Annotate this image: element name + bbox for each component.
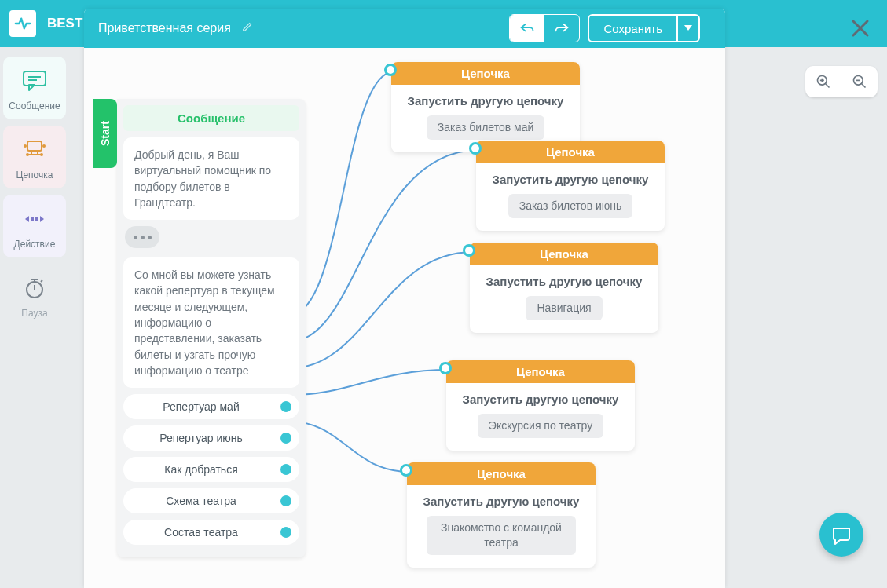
zoom-controls	[805, 66, 878, 97]
chain-node[interactable]: Цепочка Запустить другую цепочку Навигац…	[470, 243, 658, 333]
chain-node-title: Запустить другую цепочку	[402, 94, 569, 108]
svg-line-24	[825, 84, 829, 88]
sidebar-item-label: Пауза	[21, 308, 47, 319]
svg-marker-15	[40, 216, 44, 222]
action-icon	[20, 204, 49, 234]
quick-reply-label: Как добраться	[164, 463, 237, 476]
sidebar-item-label: Цепочка	[16, 170, 53, 181]
flow-canvas[interactable]: Start Сообщение Добрый день, я Ваш вирту…	[84, 48, 725, 588]
undo-redo-group	[509, 14, 580, 42]
svg-marker-12	[25, 216, 29, 222]
quick-reply[interactable]: Репертуар май	[123, 394, 299, 419]
save-button-group: Сохранить	[588, 14, 700, 42]
input-port[interactable]	[463, 244, 475, 257]
quick-reply[interactable]: Репертуар июнь	[123, 425, 299, 451]
message-bubble: Добрый день, я Ваш виртуальный помощник …	[123, 137, 299, 220]
sidebar-item-pause[interactable]: Пауза	[3, 264, 66, 327]
pencil-icon[interactable]	[242, 21, 253, 35]
chain-node[interactable]: Цепочка Запустить другую цепочку Экскурс…	[446, 360, 635, 451]
chain-node-header: Цепочка	[391, 62, 580, 85]
svg-rect-4	[27, 141, 42, 151]
quick-reply-label: Репертуар июнь	[159, 432, 243, 444]
svg-rect-0	[24, 71, 46, 86]
chain-node-title: Запустить другую цепочку	[481, 275, 647, 288]
redo-button[interactable]	[544, 15, 579, 42]
chain-node-target: Навигация	[526, 296, 602, 320]
chain-node-target: Экскурсия по театру	[478, 414, 603, 438]
chain-node-header: Цепочка	[470, 243, 658, 265]
zoom-out-button[interactable]	[841, 66, 878, 97]
typing-indicator	[125, 226, 159, 248]
start-node[interactable]: Start Сообщение Добрый день, я Ваш вирту…	[93, 99, 306, 557]
input-port[interactable]	[469, 142, 482, 155]
chain-node-header: Цепочка	[446, 360, 635, 383]
chain-node-target: Заказ билетов июнь	[508, 194, 633, 218]
quick-reply-label: Репертуар май	[163, 400, 239, 413]
chain-node-title: Запустить другую цепочку	[457, 393, 624, 406]
input-port[interactable]	[439, 362, 452, 374]
sidebar-item-label: Сообщение	[9, 100, 60, 111]
editor-header: Приветственная серия Сохранить	[84, 9, 725, 48]
save-dropdown[interactable]	[676, 16, 698, 41]
chain-node[interactable]: Цепочка Запустить другую цепочку Заказ б…	[391, 62, 580, 152]
chain-node-title: Запустить другую цепочку	[418, 495, 585, 508]
quick-reply[interactable]: Как добраться	[123, 457, 299, 482]
svg-point-9	[40, 153, 43, 156]
chain-node-title: Запустить другую цепочку	[487, 173, 654, 186]
flow-name[interactable]: Приветственная серия	[98, 21, 231, 35]
brand-name: BEST	[47, 16, 82, 31]
svg-marker-30	[684, 25, 692, 31]
save-button[interactable]: Сохранить	[589, 16, 676, 41]
message-icon	[20, 66, 49, 96]
input-port[interactable]	[400, 464, 412, 477]
zoom-in-button[interactable]	[805, 66, 841, 97]
chain-icon	[20, 135, 49, 165]
quick-reply-label: Схема театра	[166, 495, 236, 507]
sidebar-item-label: Действие	[14, 239, 56, 250]
quick-reply[interactable]: Схема театра	[123, 488, 299, 513]
chain-node-header: Цепочка	[407, 462, 596, 485]
svg-point-10	[24, 144, 27, 148]
quick-reply[interactable]: Состав театра	[123, 520, 299, 545]
undo-button[interactable]	[510, 15, 544, 42]
input-port[interactable]	[384, 64, 397, 76]
chain-node[interactable]: Цепочка Запустить другую цепочку Заказ б…	[476, 141, 665, 231]
sidebar-item-message[interactable]: Сообщение	[3, 57, 66, 119]
svg-point-8	[26, 153, 29, 156]
start-tab: Start	[93, 99, 117, 168]
output-port[interactable]	[280, 401, 291, 412]
svg-rect-13	[31, 217, 34, 221]
brand-logo	[9, 10, 36, 37]
output-port[interactable]	[280, 495, 291, 506]
sidebar: Сообщение Цепочка Действие Пауза	[0, 57, 69, 333]
output-port[interactable]	[280, 527, 291, 538]
svg-line-20	[41, 280, 42, 282]
flow-editor: Приветственная серия Сохранить	[84, 9, 725, 588]
svg-line-28	[862, 84, 866, 88]
sidebar-item-chain[interactable]: Цепочка	[3, 126, 66, 188]
start-card-title: Сообщение	[123, 105, 299, 131]
svg-rect-14	[35, 217, 38, 221]
chain-node-target: Заказ билетов май	[427, 115, 545, 140]
close-button[interactable]	[851, 19, 870, 41]
start-card: Сообщение Добрый день, я Ваш виртуальный…	[117, 99, 306, 557]
quick-reply-label: Состав театра	[164, 526, 238, 539]
output-port[interactable]	[280, 433, 291, 444]
sidebar-item-action[interactable]: Действие	[3, 195, 66, 257]
output-port[interactable]	[280, 464, 291, 475]
chat-fab[interactable]	[819, 513, 863, 557]
chain-node-header: Цепочка	[476, 141, 665, 163]
chain-node[interactable]: Цепочка Запустить другую цепочку Знакомс…	[407, 462, 596, 568]
message-bubble: Со мной вы можете узнать какой репертуар…	[123, 257, 299, 388]
chain-node-target: Знакомство с командой театра	[427, 516, 576, 555]
svg-point-11	[42, 144, 46, 148]
pause-icon	[20, 273, 49, 303]
